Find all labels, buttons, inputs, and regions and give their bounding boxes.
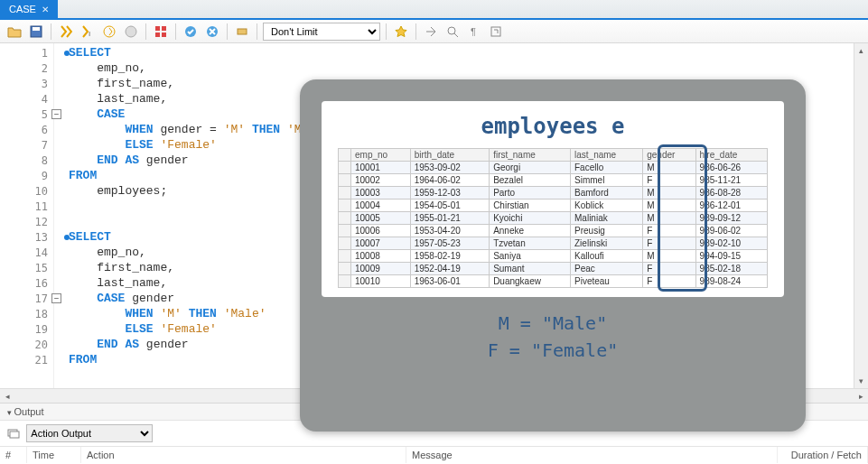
table-row: 100051955-01-21KyoichiMaliniakM989-09-12 bbox=[339, 212, 768, 225]
line-number: 17− bbox=[0, 291, 53, 306]
code-line[interactable]: SELECT bbox=[69, 45, 854, 60]
table-cell: 989-06-02 bbox=[695, 225, 767, 237]
table-cell: Zielinski bbox=[571, 237, 643, 250]
search-icon[interactable] bbox=[443, 23, 462, 41]
table-row: 100061953-04-20AnnekePreusigF989-06-02 bbox=[339, 225, 768, 237]
line-number: 20 bbox=[0, 337, 53, 352]
vertical-scrollbar[interactable]: ▴ ▾ bbox=[854, 43, 868, 388]
table-header: gender bbox=[643, 149, 695, 162]
line-number: 8 bbox=[0, 153, 53, 168]
line-number: 14 bbox=[0, 245, 53, 260]
line-number: 16 bbox=[0, 275, 53, 291]
line-number: 9 bbox=[0, 168, 53, 183]
beautify-button[interactable] bbox=[392, 23, 410, 41]
table-cell: 1964-06-02 bbox=[410, 174, 489, 187]
line-number: 21 bbox=[0, 352, 53, 367]
fold-toggle[interactable]: − bbox=[51, 293, 61, 303]
table-cell: F bbox=[643, 225, 695, 237]
line-number: 4 bbox=[0, 91, 53, 107]
save-button[interactable] bbox=[27, 23, 45, 41]
svg-rect-11 bbox=[238, 29, 247, 34]
table-cell: Facello bbox=[571, 162, 643, 174]
svg-rect-16 bbox=[10, 432, 19, 438]
table-cell: 10004 bbox=[351, 200, 411, 212]
line-number: 15 bbox=[0, 260, 53, 275]
table-cell: 986-06-26 bbox=[695, 162, 767, 174]
table-cell: M bbox=[643, 187, 695, 200]
line-number: 1 bbox=[0, 45, 53, 60]
table-cell: M bbox=[643, 250, 695, 263]
line-number: 10 bbox=[0, 183, 53, 199]
scroll-down-icon[interactable]: ▾ bbox=[854, 374, 868, 388]
legend-line-1: M = "Male" bbox=[322, 310, 784, 337]
code-line[interactable]: emp_no, bbox=[69, 60, 854, 76]
table-cell: 989-08-24 bbox=[695, 275, 767, 288]
table-cell: Peac bbox=[571, 263, 643, 275]
table-cell: Bamford bbox=[571, 187, 643, 200]
col-duration: Duration / Fetch bbox=[778, 447, 868, 463]
table-cell: 985-02-18 bbox=[695, 263, 767, 275]
output-grid-header: # Time Action Message Duration / Fetch bbox=[0, 446, 868, 463]
table-cell: 1963-06-01 bbox=[410, 275, 489, 288]
overlay-card: employees e emp_nobirth_datefirst_namela… bbox=[322, 101, 784, 297]
table-cell: F bbox=[643, 174, 695, 187]
table-cell: Parto bbox=[490, 187, 571, 200]
table-cell: Chirstian bbox=[490, 200, 571, 212]
table-cell: Sumant bbox=[490, 263, 571, 275]
wrap-button[interactable] bbox=[487, 23, 505, 41]
explain-button[interactable] bbox=[100, 23, 118, 41]
limit-rows-select[interactable]: Don't Limit bbox=[263, 23, 380, 41]
line-number: 19 bbox=[0, 321, 53, 337]
legend: M = "Male" F = "Female" bbox=[322, 310, 784, 364]
commit-button[interactable] bbox=[182, 23, 200, 41]
fold-toggle[interactable]: − bbox=[51, 109, 61, 119]
rollback-button[interactable] bbox=[203, 23, 221, 41]
table-cell: 10010 bbox=[351, 275, 411, 288]
table-cell: Georgi bbox=[490, 162, 571, 174]
table-cell: 10002 bbox=[351, 174, 411, 187]
table-row: 100071957-05-23TzvetanZielinskiF989-02-1… bbox=[339, 237, 768, 250]
table-cell: 1958-02-19 bbox=[410, 250, 489, 263]
table-header: last_name bbox=[571, 149, 643, 162]
table-cell: 989-09-12 bbox=[695, 212, 767, 225]
table-cell: 10006 bbox=[351, 225, 411, 237]
toggle-autocommit-button[interactable] bbox=[152, 23, 170, 41]
table-cell: Kalloufi bbox=[571, 250, 643, 263]
stack-icon bbox=[7, 429, 20, 440]
scroll-right-icon[interactable]: ▸ bbox=[854, 389, 868, 403]
scroll-up-icon[interactable]: ▴ bbox=[854, 43, 868, 58]
toggle-invisible-button[interactable]: ¶ bbox=[465, 23, 483, 41]
table-cell: M bbox=[643, 200, 695, 212]
tab-case[interactable]: CASE ✕ bbox=[0, 0, 58, 18]
close-icon[interactable]: ✕ bbox=[42, 5, 49, 14]
table-row: 100011953-09-02GeorgiFacelloM986-06-26 bbox=[339, 162, 768, 174]
table-cell: 10007 bbox=[351, 237, 411, 250]
svg-point-3 bbox=[104, 26, 115, 37]
svg-text:¶: ¶ bbox=[471, 26, 476, 37]
stop-button[interactable] bbox=[122, 23, 140, 41]
table-cell: 10008 bbox=[351, 250, 411, 263]
svg-point-12 bbox=[448, 27, 455, 34]
table-cell: 1957-05-23 bbox=[410, 237, 489, 250]
action-output-select[interactable]: Action Output bbox=[26, 424, 153, 442]
table-row: 100041954-05-01ChirstianKoblickM986-12-0… bbox=[339, 200, 768, 212]
table-row: 100091952-04-19SumantPeacF985-02-18 bbox=[339, 263, 768, 275]
line-number: 12 bbox=[0, 214, 53, 229]
tab-bar: CASE ✕ bbox=[0, 0, 868, 20]
execute-button[interactable] bbox=[57, 23, 75, 41]
svg-rect-14 bbox=[491, 27, 500, 36]
table-cell: 985-11-21 bbox=[695, 174, 767, 187]
scroll-left-icon[interactable]: ◂ bbox=[0, 389, 14, 403]
table-cell: Anneke bbox=[490, 225, 571, 237]
col-time: Time bbox=[27, 447, 81, 463]
find-button[interactable] bbox=[422, 23, 440, 41]
open-file-button[interactable] bbox=[5, 23, 23, 41]
execute-current-button[interactable]: I bbox=[79, 23, 97, 41]
line-number: 3 bbox=[0, 76, 53, 91]
tab-label: CASE bbox=[9, 4, 36, 14]
line-number: 18 bbox=[0, 306, 53, 321]
table-cell: Bezalel bbox=[490, 174, 571, 187]
toggle-whitespace-button[interactable] bbox=[233, 23, 251, 41]
table-cell: 1953-09-02 bbox=[410, 162, 489, 174]
separator bbox=[51, 23, 51, 40]
